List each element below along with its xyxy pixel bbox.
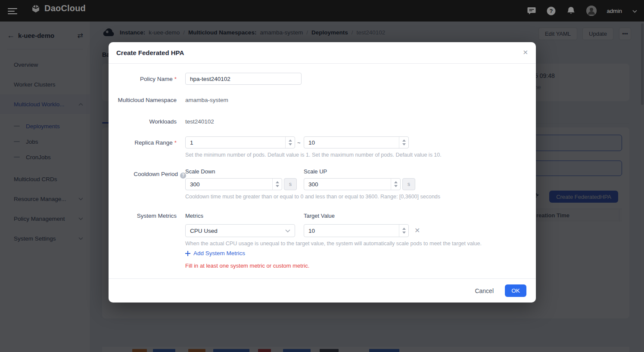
step-down-icon[interactable] (276, 185, 279, 187)
step-down-icon[interactable] (394, 185, 398, 187)
stepper-arrows[interactable] (272, 179, 282, 190)
target-value-stepper[interactable]: 10 (304, 224, 409, 237)
policy-name-label: Policy Name* (116, 76, 177, 82)
step-down-icon[interactable] (402, 232, 406, 234)
app-root: DaoCloud ? admin ← k-uee-demo ⇄ (0, 0, 644, 352)
scale-down-stepper[interactable]: 300 (185, 178, 282, 190)
seconds-unit-addon: s (284, 178, 297, 190)
cancel-button[interactable]: Cancel (475, 287, 494, 294)
add-system-metrics-label: Add System Metrics (193, 250, 245, 256)
step-up-icon[interactable] (289, 139, 292, 142)
step-down-icon[interactable] (402, 143, 406, 145)
top-navbar: DaoCloud ? admin (0, 0, 644, 22)
ok-button[interactable]: OK (505, 284, 526, 297)
modal-title: Create Federated HPA (116, 49, 184, 56)
brand-name: DaoCloud (44, 3, 86, 13)
namespace-label: Multicloud Namespace (116, 97, 177, 103)
plus-icon (185, 251, 190, 256)
remove-metric-icon[interactable]: ✕ (414, 226, 420, 235)
stepper-arrows[interactable] (399, 225, 408, 237)
scale-up-stepper[interactable]: 300 (304, 178, 401, 190)
step-up-icon[interactable] (276, 181, 279, 183)
create-federated-hpa-modal: Create Federated HPA ✕ Policy Name* Mult… (109, 42, 536, 303)
scale-down-label: Scale Down (185, 168, 215, 175)
replica-range-label: Replica Range* (116, 139, 177, 146)
system-metrics-label: System Metrics (116, 213, 177, 219)
daocloud-cube-icon (31, 4, 40, 13)
help-icon[interactable]: ? (547, 6, 556, 15)
step-up-icon[interactable] (402, 228, 406, 230)
cooldown-period-label: Cooldown Period? (116, 171, 186, 179)
chevron-down-icon (285, 229, 290, 232)
workloads-label: Workloads (116, 118, 177, 125)
cooldown-help-text: Cooldown time must be greater than or eq… (185, 194, 440, 200)
replica-max-value[interactable]: 10 (304, 137, 399, 148)
range-separator: ~ (297, 139, 301, 146)
namespace-value: amamba-system (185, 97, 228, 103)
stepper-arrows[interactable] (391, 179, 400, 190)
required-asterisk: * (174, 76, 177, 82)
step-down-icon[interactable] (289, 143, 292, 145)
step-up-icon[interactable] (402, 139, 406, 142)
brand-logo[interactable]: DaoCloud (31, 3, 86, 13)
replica-max-stepper[interactable]: 10 (304, 136, 409, 148)
scale-up-value[interactable]: 300 (304, 179, 391, 190)
step-up-icon[interactable] (394, 181, 398, 183)
workloads-value: test240102 (185, 118, 214, 125)
notifications-bell-icon[interactable] (566, 6, 576, 15)
messages-icon[interactable] (527, 6, 536, 15)
svg-text:?: ? (550, 8, 553, 14)
required-asterisk: * (174, 139, 177, 146)
replica-min-value[interactable]: 1 (186, 137, 285, 148)
metrics-help-text: When the actual CPU usage is unequal to … (185, 241, 482, 247)
metric-select[interactable]: CPU Used (185, 224, 295, 237)
seconds-unit-addon: s (402, 178, 415, 190)
scale-down-value[interactable]: 300 (186, 179, 272, 190)
user-avatar[interactable] (586, 6, 597, 16)
user-menu-chevron-down-icon[interactable] (632, 7, 637, 15)
scale-up-label: Scale UP (304, 168, 327, 175)
stepper-arrows[interactable] (285, 137, 295, 148)
metrics-error-text: Fill in at least one system metric or cu… (185, 262, 309, 269)
stepper-arrows[interactable] (399, 137, 408, 148)
metrics-column-label: Metrics (185, 213, 203, 219)
replica-help-text: Set the minimum number of pods. Default … (185, 152, 442, 158)
replica-min-stepper[interactable]: 1 (185, 136, 295, 148)
target-value-column-label: Target Value (304, 213, 335, 219)
add-system-metrics-link[interactable]: Add System Metrics (185, 250, 245, 256)
close-icon[interactable]: ✕ (523, 49, 528, 56)
hamburger-menu-icon[interactable] (8, 6, 17, 14)
target-value[interactable]: 10 (304, 225, 399, 237)
username-label: admin (607, 8, 622, 14)
policy-name-input[interactable] (185, 73, 302, 85)
metric-select-value: CPU Used (190, 228, 218, 234)
